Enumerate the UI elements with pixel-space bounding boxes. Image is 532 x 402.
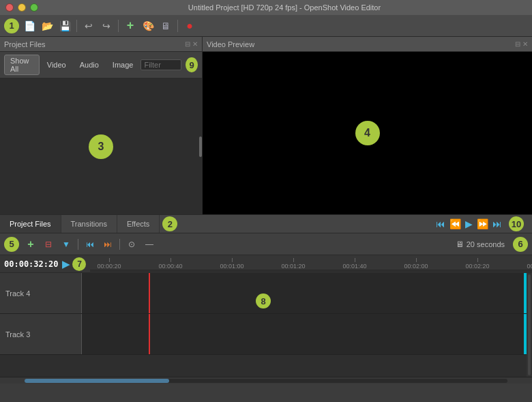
bottom-tabs-bar: Project Files Transitions Effects 2 ⏮ ⏪ …: [0, 214, 532, 233]
callout-6: 6: [513, 237, 528, 252]
window-title: Untitled Project [HD 720p 24 fps] - Open…: [42, 3, 527, 12]
preview-icons: ⊟ ✕: [515, 40, 528, 48]
zoom-minus-button[interactable]: —: [142, 237, 157, 252]
record-button[interactable]: ●: [182, 18, 197, 33]
save-button[interactable]: 💾: [57, 18, 72, 33]
ruler-mark-7: 00:02:20: [465, 258, 489, 270]
new-button[interactable]: 📄: [22, 18, 37, 33]
ruler-mark-3: 00:01:00: [220, 258, 243, 270]
track-3: Track 3: [0, 314, 527, 355]
timeline-separator-1: [78, 239, 78, 250]
toolbar-separator-2: [118, 20, 119, 32]
video-preview-title: Video Preview: [207, 40, 254, 48]
jump-end-button[interactable]: ⏭: [100, 237, 115, 252]
add-button[interactable]: +: [123, 18, 138, 33]
cyan-marker-3: [524, 314, 527, 354]
theme-button[interactable]: 🎨: [141, 18, 156, 33]
project-files-header: Project Files ⊟ ✕: [0, 37, 202, 52]
ruler-mark-5: 00:01:40: [342, 258, 366, 270]
open-button[interactable]: 📂: [40, 18, 55, 33]
track-4-content[interactable]: [82, 273, 527, 313]
remove-track-button[interactable]: ⊟: [41, 237, 56, 252]
scrollbar-thumb[interactable]: [25, 379, 169, 383]
ruler-mark-2: 00:00:40: [158, 258, 182, 270]
project-files-title: Project Files: [4, 40, 46, 48]
add-track-button[interactable]: +: [23, 237, 38, 252]
callout-1: 1: [4, 18, 19, 33]
right-scrollbar[interactable]: [527, 273, 532, 377]
toolbar-separator-3: [177, 20, 178, 32]
ruler-mark-4: 00:01:20: [281, 258, 305, 270]
tab-effects[interactable]: Effects: [117, 215, 160, 233]
callout-10: 10: [509, 216, 524, 231]
playback-fast-forward[interactable]: ⏩: [477, 218, 488, 229]
tracks-area: Track 4 8 Track 3: [0, 273, 532, 377]
close-button[interactable]: [5, 3, 14, 12]
timeline-container: 5 + ⊟ ▼ ⏮ ⏭ ⊙ — 🖥 20 seconds 6 00:00:32:…: [0, 233, 532, 384]
undo-button[interactable]: ↩: [81, 18, 96, 33]
timeline-ruler[interactable]: 00:00:20 00:00:40 00:01:00 00:01:20 00:0…: [90, 255, 532, 270]
track-3-content[interactable]: [82, 314, 527, 354]
timeline-separator-2: [119, 239, 120, 250]
playback-controls: ⏮ ⏪ ▶ ⏩ ⏭ 10: [428, 216, 532, 231]
project-files-icons: ⊟ ✕: [185, 40, 198, 48]
callout-8: 8: [256, 293, 271, 308]
ruler-mark-6: 00:02:00: [404, 258, 428, 270]
main-area: Project Files ⊟ ✕ Show All Video Audio I…: [0, 37, 532, 214]
playhead-line-4: [149, 273, 150, 313]
timecode-value: 00:00:32:20: [4, 259, 58, 269]
dropdown-button[interactable]: ▼: [59, 237, 74, 252]
cyan-marker-4: [524, 273, 527, 313]
playback-rewind-start[interactable]: ⏮: [436, 218, 445, 229]
tracks-list: Track 4 8 Track 3: [0, 273, 527, 377]
filter-input[interactable]: [141, 59, 181, 70]
timeline-toolbar: 5 + ⊟ ▼ ⏮ ⏭ ⊙ — 🖥 20 seconds 6: [0, 233, 532, 255]
maximize-button[interactable]: [30, 3, 38, 12]
filter-tabs-bar: Show All Video Audio Image 9: [0, 52, 202, 78]
playback-rewind[interactable]: ⏪: [449, 218, 461, 229]
track-4-label: Track 4: [0, 273, 82, 313]
right-panel: Video Preview ⊟ ✕ 4: [203, 37, 532, 214]
ruler-mark-8: 00:02:40: [527, 258, 532, 270]
playhead-line-3: [149, 314, 150, 354]
timecode-ruler-row: 00:00:32:20 ▶ 7 00:00:20 00:00:40 00:01:…: [0, 255, 532, 273]
video-preview-area: 4: [203, 52, 532, 214]
scale-label: 🖥 20 seconds: [456, 240, 505, 249]
resize-handle[interactable]: [199, 137, 202, 157]
callout-3: 3: [89, 134, 113, 159]
callout-9: 9: [186, 57, 198, 72]
bottom-scrollbar[interactable]: [0, 377, 532, 384]
tab-transitions[interactable]: Transitions: [61, 215, 117, 233]
callout-4: 4: [355, 121, 380, 145]
playback-forward-end[interactable]: ⏭: [492, 218, 502, 229]
playback-play[interactable]: ▶: [465, 218, 473, 229]
tab-image[interactable]: Image: [106, 59, 140, 71]
import-button[interactable]: 🖥: [158, 18, 173, 33]
ruler-mark-1: 00:00:20: [97, 258, 121, 270]
tab-project-files[interactable]: Project Files: [0, 215, 61, 233]
toolbar-separator-1: [76, 20, 77, 32]
timecode-play-button[interactable]: ▶: [62, 259, 70, 270]
video-preview-header: Video Preview ⊟ ✕: [203, 37, 532, 52]
redo-button[interactable]: ↪: [99, 18, 114, 33]
callout-5: 5: [4, 237, 19, 252]
tab-video[interactable]: Video: [41, 59, 72, 71]
minimize-button[interactable]: [18, 3, 26, 12]
tab-audio[interactable]: Audio: [74, 59, 105, 71]
left-panel: Project Files ⊟ ✕ Show All Video Audio I…: [0, 37, 203, 214]
callout-7: 7: [72, 257, 86, 271]
scrollbar-track[interactable]: [25, 379, 507, 383]
track-3-label: Track 3: [0, 314, 82, 354]
tab-show-all[interactable]: Show All: [4, 55, 40, 75]
jump-start-button[interactable]: ⏮: [83, 237, 98, 252]
project-files-area: 3: [0, 78, 202, 214]
title-bar: Untitled Project [HD 720p 24 fps] - Open…: [0, 0, 532, 15]
center-playhead-button[interactable]: ⊙: [124, 237, 139, 252]
callout-2: 2: [162, 216, 177, 231]
timecode-display: 00:00:32:20 ▶ 7: [0, 255, 90, 273]
main-toolbar: 1 📄 📂 💾 ↩ ↪ + 🎨 🖥 ●: [0, 15, 532, 37]
